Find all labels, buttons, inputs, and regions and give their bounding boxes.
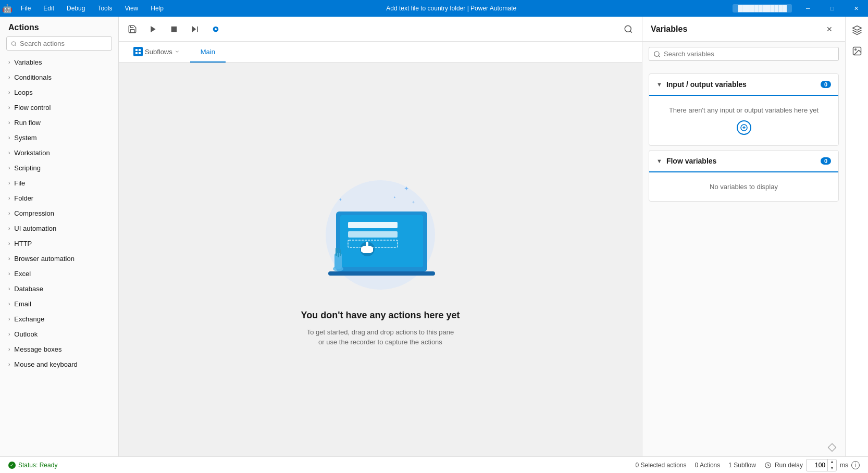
svg-rect-11 (139, 49, 141, 51)
flow-variables-section: ▼ Flow variables 0 No variables to displ… (649, 150, 839, 202)
action-item-outlook[interactable]: › Outlook (0, 327, 118, 342)
action-item-exchange[interactable]: › Exchange (0, 312, 118, 327)
svg-rect-35 (340, 250, 341, 256)
chevron-down-icon: ▼ (656, 158, 662, 164)
diamond-icon (827, 443, 837, 452)
run-button[interactable] (144, 20, 163, 39)
chevron-icon: › (8, 316, 10, 322)
action-item-workstation[interactable]: › Workstation (0, 145, 118, 160)
action-item-scripting[interactable]: › Scripting (0, 160, 118, 176)
action-item-ui-automation[interactable]: › UI automation (0, 221, 118, 236)
run-delay-up[interactable]: ▲ (828, 459, 836, 465)
svg-text:✦: ✦ (339, 197, 342, 202)
svg-marker-43 (852, 26, 861, 30)
action-item-loops[interactable]: › Loops (0, 85, 118, 100)
restore-button[interactable]: □ (820, 0, 844, 17)
run-delay-input[interactable] (807, 462, 827, 469)
save-button[interactable] (123, 20, 142, 39)
stop-button[interactable] (165, 20, 183, 39)
search-button[interactable] (619, 20, 638, 39)
ms-label: ms (840, 462, 848, 469)
image-button[interactable] (848, 42, 866, 60)
action-item-excel[interactable]: › Excel (0, 266, 118, 281)
action-item-database[interactable]: › Database (0, 281, 118, 296)
empty-illustration: ✦ ✦ ✦ ✦ ✦ (307, 172, 453, 297)
record-button[interactable] (206, 20, 225, 39)
minimize-button[interactable]: ─ (796, 0, 820, 17)
run-delay-input-wrap[interactable]: ▲ ▼ (806, 459, 837, 471)
empty-state-title: You don't have any actions here yet (301, 310, 460, 321)
flow-variables-body: No variables to display (649, 172, 838, 201)
search-actions-input[interactable] (20, 40, 107, 47)
action-item-folder[interactable]: › Folder (0, 191, 118, 206)
layers-button[interactable] (848, 21, 866, 40)
action-item-compression[interactable]: › Compression (0, 206, 118, 221)
next-step-button[interactable] (185, 20, 204, 39)
svg-point-0 (11, 41, 15, 45)
action-item-message-boxes[interactable]: › Message boxes (0, 342, 118, 357)
action-item-email[interactable]: › Email (0, 296, 118, 312)
flow-variables-header[interactable]: ▼ Flow variables 0 (649, 151, 838, 172)
chevron-icon: › (8, 210, 10, 216)
add-variable-button[interactable] (737, 120, 751, 135)
variables-close-button[interactable]: ✕ (822, 22, 837, 36)
actions-search-box[interactable] (6, 36, 112, 51)
input-output-count: 0 (821, 81, 831, 88)
action-item-http[interactable]: › HTTP (0, 236, 118, 251)
run-delay-down[interactable]: ▼ (828, 465, 836, 471)
svg-marker-42 (828, 444, 836, 452)
action-item-system[interactable]: › System (0, 130, 118, 145)
action-item-run-flow[interactable]: › Run flow (0, 115, 118, 130)
chevron-icon: › (8, 286, 10, 292)
svg-point-37 (654, 51, 659, 56)
menu-edit[interactable]: Edit (37, 0, 60, 17)
svg-rect-12 (135, 52, 138, 54)
editor-toolbar (119, 17, 642, 42)
selected-actions-count: 0 Selected actions (635, 462, 686, 469)
svg-rect-29 (361, 247, 364, 252)
chevron-down-icon (175, 49, 180, 54)
variables-search-box[interactable] (649, 47, 839, 61)
action-item-mouse-keyboard[interactable]: › Mouse and keyboard (0, 357, 118, 372)
main-content: Actions › Variables › Conditionals › (0, 17, 868, 456)
subflows-icon (133, 47, 143, 56)
svg-point-36 (333, 266, 343, 271)
variables-content: ▼ Input / output variables 0 There aren'… (642, 65, 845, 439)
account-info[interactable]: ████████████ (733, 4, 792, 13)
info-icon[interactable]: i (851, 461, 860, 469)
svg-line-1 (15, 45, 16, 46)
input-output-header[interactable]: ▼ Input / output variables 0 (649, 74, 838, 96)
menu-tools[interactable]: Tools (91, 0, 118, 17)
svg-marker-4 (192, 26, 196, 32)
actions-list: › Variables › Conditionals › Loops › Flo… (0, 55, 118, 456)
chevron-icon: › (8, 256, 10, 262)
action-item-variables[interactable]: › Variables (0, 55, 118, 70)
action-item-conditionals[interactable]: › Conditionals (0, 70, 118, 85)
chevron-icon: › (8, 195, 10, 201)
actions-header: Actions (0, 17, 118, 36)
close-button[interactable]: ✕ (844, 0, 868, 17)
menu-help[interactable]: Help (144, 0, 170, 17)
action-item-file[interactable]: › File (0, 176, 118, 191)
chevron-icon: › (8, 362, 10, 367)
menu-file[interactable]: File (15, 0, 37, 17)
svg-rect-23 (348, 222, 398, 228)
action-item-flow-control[interactable]: › Flow control (0, 100, 118, 115)
tab-main[interactable]: Main (190, 42, 226, 63)
variables-title: Variables (651, 24, 687, 34)
menu-view[interactable]: View (118, 0, 144, 17)
status-dot (8, 462, 16, 469)
chevron-icon: › (8, 105, 10, 110)
svg-point-7 (215, 28, 217, 30)
window-title: Add text file to country folder | Power … (170, 5, 733, 12)
flow-variables-title: Flow variables (666, 157, 816, 165)
actions-count: 0 Actions (695, 462, 721, 469)
menu-debug[interactable]: Debug (60, 0, 91, 17)
svg-line-9 (630, 31, 631, 32)
action-item-browser-automation[interactable]: › Browser automation (0, 251, 118, 266)
search-variables-input[interactable] (664, 50, 834, 58)
svg-text:✦: ✦ (404, 185, 409, 192)
actions-panel: Actions › Variables › Conditionals › (0, 17, 119, 456)
tab-subflows[interactable]: Subflows (123, 42, 190, 63)
status-bar: Status: Ready 0 Selected actions 0 Actio… (0, 456, 868, 473)
